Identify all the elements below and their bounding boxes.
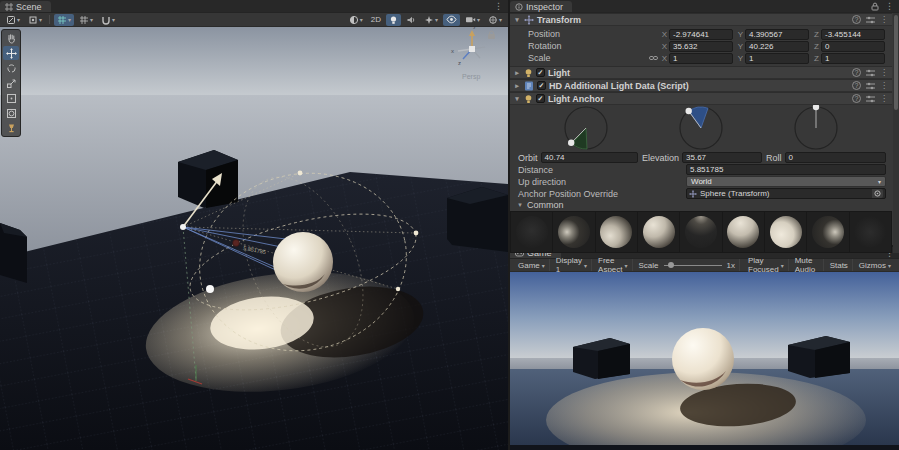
kebab-icon[interactable]: ⋮ bbox=[880, 94, 888, 103]
effects-button[interactable]: ▾ bbox=[421, 14, 441, 26]
rotate-tool[interactable] bbox=[3, 61, 19, 75]
scene-gizmos-button[interactable]: ▾ bbox=[485, 14, 505, 26]
foldout-icon[interactable]: ▾ bbox=[513, 16, 521, 24]
help-icon[interactable]: ? bbox=[852, 68, 861, 77]
game-gizmos-dropdown[interactable]: Gizmos▾ bbox=[855, 259, 895, 271]
scale-y-field[interactable]: 1 bbox=[745, 53, 809, 64]
pivot-button[interactable]: ▾ bbox=[25, 14, 45, 26]
light-gizmo-icon[interactable] bbox=[206, 285, 214, 293]
tab-scene[interactable]: Scene bbox=[0, 1, 51, 12]
scene-lighting-toggle[interactable] bbox=[386, 14, 401, 26]
lock-icon[interactable] bbox=[871, 2, 879, 11]
object-picker-icon[interactable] bbox=[872, 189, 883, 198]
game-viewport[interactable] bbox=[510, 272, 899, 450]
scene-cube-right[interactable] bbox=[447, 187, 508, 252]
kebab-icon[interactable]: ⋮ bbox=[880, 15, 888, 24]
play-focused-dropdown[interactable]: Play Focused▾ bbox=[744, 259, 789, 271]
light-anchor-tool[interactable] bbox=[3, 121, 19, 135]
snap-increment-button[interactable]: ▾ bbox=[98, 14, 118, 26]
up-direction-dropdown[interactable]: World▾ bbox=[686, 176, 886, 187]
gizmo-center-cube[interactable] bbox=[469, 46, 475, 52]
rotation-x-field[interactable]: 35.632 bbox=[669, 41, 733, 52]
light-preset-4[interactable] bbox=[638, 212, 679, 252]
light-preset-2[interactable] bbox=[553, 212, 594, 252]
light-preset-9[interactable] bbox=[850, 212, 891, 252]
scale-slider-knob[interactable] bbox=[668, 262, 674, 268]
distance-field[interactable]: 5.851785 bbox=[686, 164, 886, 175]
light-preset-5[interactable] bbox=[680, 212, 721, 252]
presets-icon[interactable] bbox=[866, 16, 875, 24]
scale-x-field[interactable]: 1 bbox=[669, 53, 733, 64]
orbit-dial[interactable] bbox=[562, 105, 610, 151]
light-preset-6[interactable] bbox=[723, 212, 764, 252]
light-preset-1[interactable] bbox=[511, 212, 552, 252]
foldout-icon[interactable]: ▾ bbox=[513, 95, 521, 103]
light-preset-7[interactable] bbox=[765, 212, 806, 252]
display-dropdown[interactable]: Display 1▾ bbox=[552, 259, 592, 271]
ring-handle-right[interactable] bbox=[414, 231, 419, 236]
light-header[interactable]: ▸ ✓ Light ? ⋮ bbox=[510, 66, 892, 79]
roll-dial[interactable] bbox=[792, 105, 840, 151]
position-x-field[interactable]: -2.974641 bbox=[669, 29, 733, 40]
elevation-dial[interactable] bbox=[677, 105, 725, 151]
position-y-field[interactable]: 4.390567 bbox=[745, 29, 809, 40]
scale-z-field[interactable]: 1 bbox=[821, 53, 885, 64]
presets-icon[interactable] bbox=[866, 82, 875, 90]
scale-slider[interactable] bbox=[664, 265, 722, 266]
light-enabled-checkbox[interactable]: ✓ bbox=[536, 68, 545, 77]
rotation-z-field[interactable]: 0 bbox=[821, 41, 885, 52]
move-tool[interactable] bbox=[3, 46, 19, 60]
2d-toggle[interactable]: 2D bbox=[368, 14, 384, 26]
light-handle[interactable] bbox=[180, 224, 186, 230]
elevation-handle[interactable] bbox=[685, 108, 691, 114]
foldout-icon[interactable]: ▸ bbox=[513, 69, 521, 77]
foldout-icon[interactable]: ▸ bbox=[513, 82, 521, 90]
scale-tool[interactable] bbox=[3, 76, 19, 90]
position-z-field[interactable]: -3.455144 bbox=[821, 29, 885, 40]
scrollbar-thumb[interactable] bbox=[894, 15, 898, 110]
stats-toggle[interactable]: Stats bbox=[826, 259, 853, 271]
grid-snap-button[interactable]: ▾ bbox=[76, 14, 96, 26]
scene-viewport[interactable]: 5.851785 bbox=[0, 27, 508, 450]
anchor-override-field[interactable]: Sphere (Transform) bbox=[686, 188, 886, 199]
roll-field[interactable]: 0 bbox=[785, 152, 886, 163]
view-hand-tool[interactable] bbox=[3, 31, 19, 45]
scene-audio-toggle[interactable] bbox=[403, 14, 419, 26]
light-anchor-header[interactable]: ▾ ✓ Light Anchor ? ⋮ bbox=[510, 92, 892, 105]
rect-tool[interactable] bbox=[3, 91, 19, 105]
red-sphere-handle[interactable] bbox=[233, 240, 240, 247]
light-preset-3[interactable] bbox=[596, 212, 637, 252]
light-anchor-enabled-checkbox[interactable]: ✓ bbox=[536, 94, 545, 103]
ring-handle-se[interactable] bbox=[396, 287, 400, 291]
elevation-field[interactable]: 35.67 bbox=[682, 152, 762, 163]
orbit-field[interactable]: 40.74 bbox=[541, 152, 638, 163]
rotation-y-field[interactable]: 40.226 bbox=[745, 41, 809, 52]
transform-header[interactable]: ▾ Transform ? ⋮ bbox=[510, 13, 892, 26]
hd-light-enabled-checkbox[interactable]: ✓ bbox=[537, 81, 546, 90]
light-preset-8[interactable] bbox=[807, 212, 848, 252]
hd-light-data-header[interactable]: ▸ ✓ HD Additional Light Data (Script) ? … bbox=[510, 79, 892, 92]
scene-camera-button[interactable]: ▾ bbox=[462, 14, 483, 26]
game-target-dropdown[interactable]: Game▾ bbox=[514, 259, 550, 271]
help-icon[interactable]: ? bbox=[852, 94, 861, 103]
transform-tool[interactable] bbox=[3, 106, 19, 120]
orbit-handle[interactable] bbox=[568, 140, 574, 146]
kebab-icon[interactable]: ⋮ bbox=[885, 1, 894, 11]
inspector-scrollbar[interactable] bbox=[893, 13, 899, 253]
tool-settings-button[interactable]: ▾ bbox=[3, 14, 23, 26]
tab-inspector[interactable]: Inspector bbox=[510, 1, 572, 12]
scene-tab-menu[interactable]: ⋮ bbox=[489, 0, 508, 12]
grid-visual-button[interactable]: ▾ bbox=[54, 14, 74, 26]
help-icon[interactable]: ? bbox=[852, 15, 861, 24]
presets-icon[interactable] bbox=[866, 69, 875, 77]
persp-label[interactable]: Persp bbox=[462, 73, 480, 81]
help-icon[interactable]: ? bbox=[852, 81, 861, 90]
draw-mode-button[interactable]: ▾ bbox=[346, 14, 366, 26]
scene-sphere[interactable] bbox=[273, 232, 333, 292]
ring-handle-top[interactable] bbox=[298, 171, 303, 176]
mute-audio-toggle[interactable]: Mute Audio bbox=[791, 259, 824, 271]
common-foldout[interactable]: ▾ Common bbox=[510, 200, 892, 210]
scene-visibility-toggle[interactable] bbox=[443, 14, 460, 26]
presets-icon[interactable] bbox=[866, 95, 875, 103]
link-scale-icon[interactable] bbox=[648, 54, 658, 62]
